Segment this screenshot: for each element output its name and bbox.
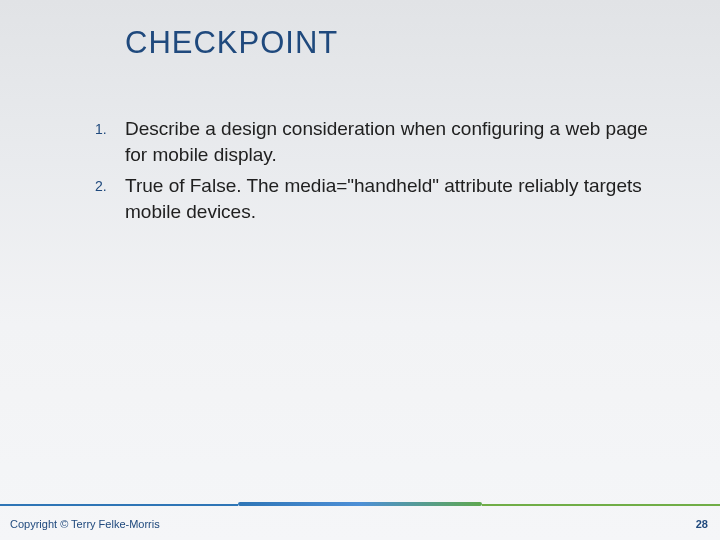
list-item: 1. Describe a design consideration when … xyxy=(95,116,660,167)
list-item: 2. True of False. The media="handheld" a… xyxy=(95,173,660,224)
item-text: True of False. The media="handheld" attr… xyxy=(125,173,660,224)
page-number: 28 xyxy=(696,518,708,530)
content-list: 1. Describe a design consideration when … xyxy=(95,116,660,231)
copyright-text: Copyright © Terry Felke-Morris xyxy=(10,518,160,530)
item-text: Describe a design consideration when con… xyxy=(125,116,660,167)
item-number: 1. xyxy=(95,116,125,167)
footer-accent-line xyxy=(0,502,720,508)
slide-title: CHECKPOINT xyxy=(125,25,338,61)
item-number: 2. xyxy=(95,173,125,224)
